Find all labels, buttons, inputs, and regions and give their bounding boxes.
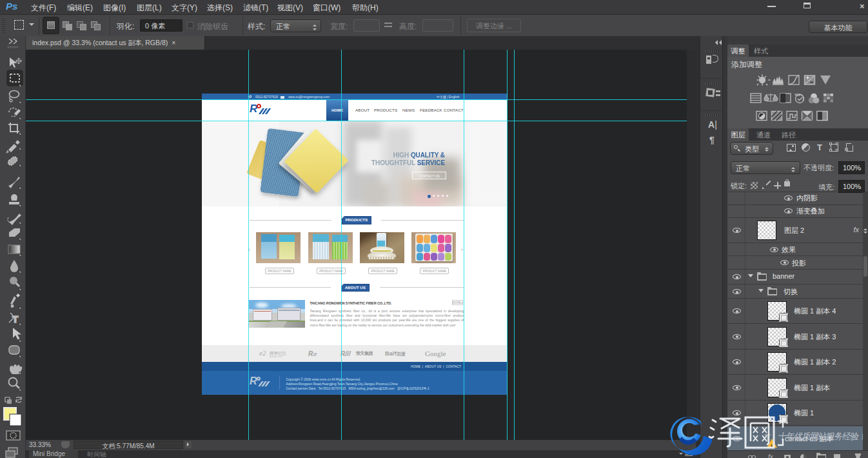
svg-text:T: T [12, 314, 18, 324]
